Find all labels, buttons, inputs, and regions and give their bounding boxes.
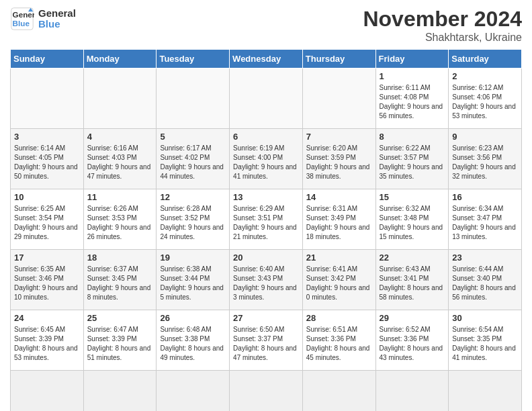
calendar-cell xyxy=(375,371,449,412)
calendar-cell xyxy=(11,68,84,129)
day-info: Sunrise: 6:51 AM Sunset: 3:36 PM Dayligh… xyxy=(306,325,372,363)
weekday-header: Friday xyxy=(375,50,449,68)
calendar-cell: 22Sunrise: 6:43 AM Sunset: 3:41 PM Dayli… xyxy=(375,250,449,310)
day-number: 9 xyxy=(452,132,518,142)
weekday-header: Saturday xyxy=(449,50,522,68)
calendar-cell: 10Sunrise: 6:25 AM Sunset: 3:54 PM Dayli… xyxy=(11,189,84,250)
calendar-row: 17Sunrise: 6:35 AM Sunset: 3:46 PM Dayli… xyxy=(11,250,522,310)
calendar-cell xyxy=(83,371,157,412)
calendar-cell: 1Sunrise: 6:11 AM Sunset: 4:08 PM Daylig… xyxy=(375,68,449,129)
day-number: 13 xyxy=(233,192,299,202)
weekday-header: Monday xyxy=(83,50,157,68)
calendar-header-row: SundayMondayTuesdayWednesdayThursdayFrid… xyxy=(11,50,522,68)
day-info: Sunrise: 6:50 AM Sunset: 3:37 PM Dayligh… xyxy=(233,325,299,363)
calendar-cell: 9Sunrise: 6:23 AM Sunset: 3:56 PM Daylig… xyxy=(449,129,522,189)
calendar-cell: 20Sunrise: 6:40 AM Sunset: 3:43 PM Dayli… xyxy=(230,250,303,310)
calendar-cell: 16Sunrise: 6:34 AM Sunset: 3:47 PM Dayli… xyxy=(449,189,522,250)
day-info: Sunrise: 6:31 AM Sunset: 3:49 PM Dayligh… xyxy=(306,204,372,242)
day-info: Sunrise: 6:37 AM Sunset: 3:45 PM Dayligh… xyxy=(87,265,153,302)
svg-text:Blue: Blue xyxy=(13,19,30,28)
day-number: 19 xyxy=(160,253,226,263)
logo: General Blue General Blue xyxy=(10,7,76,31)
day-info: Sunrise: 6:44 AM Sunset: 3:40 PM Dayligh… xyxy=(452,265,518,302)
day-number: 12 xyxy=(160,192,226,202)
calendar-cell: 14Sunrise: 6:31 AM Sunset: 3:49 PM Dayli… xyxy=(302,189,375,250)
day-info: Sunrise: 6:25 AM Sunset: 3:54 PM Dayligh… xyxy=(14,204,80,242)
weekday-header: Wednesday xyxy=(230,50,303,68)
calendar-cell: 19Sunrise: 6:38 AM Sunset: 3:44 PM Dayli… xyxy=(157,250,230,310)
day-number: 16 xyxy=(452,192,518,202)
day-number: 26 xyxy=(160,313,226,323)
location: Shakhtarsk, Ukraine xyxy=(363,32,522,44)
calendar-row: 24Sunrise: 6:45 AM Sunset: 3:39 PM Dayli… xyxy=(11,310,522,371)
day-info: Sunrise: 6:32 AM Sunset: 3:48 PM Dayligh… xyxy=(380,204,445,242)
day-number: 20 xyxy=(233,253,299,263)
calendar-row: 3Sunrise: 6:14 AM Sunset: 4:05 PM Daylig… xyxy=(11,129,522,189)
day-number: 15 xyxy=(380,192,445,202)
day-info: Sunrise: 6:34 AM Sunset: 3:47 PM Dayligh… xyxy=(452,204,518,242)
day-info: Sunrise: 6:14 AM Sunset: 4:05 PM Dayligh… xyxy=(14,144,80,181)
day-number: 25 xyxy=(87,313,153,323)
calendar-cell xyxy=(449,371,522,412)
page-header: General Blue General Blue November 2024 … xyxy=(10,7,522,44)
day-number: 6 xyxy=(233,132,299,142)
calendar-cell xyxy=(302,371,375,412)
day-number: 11 xyxy=(87,192,153,202)
day-info: Sunrise: 6:47 AM Sunset: 3:39 PM Dayligh… xyxy=(87,325,153,363)
calendar-cell: 27Sunrise: 6:50 AM Sunset: 3:37 PM Dayli… xyxy=(230,310,303,371)
day-info: Sunrise: 6:12 AM Sunset: 4:06 PM Dayligh… xyxy=(452,83,518,121)
day-number: 23 xyxy=(452,253,518,263)
day-number: 24 xyxy=(14,313,80,323)
month-title: November 2024 xyxy=(363,7,522,32)
day-number: 7 xyxy=(306,132,372,142)
day-number: 18 xyxy=(87,253,153,263)
day-number: 2 xyxy=(452,71,518,81)
logo-general: General xyxy=(38,7,76,19)
calendar-row xyxy=(11,371,522,412)
day-number: 3 xyxy=(14,132,80,142)
day-info: Sunrise: 6:43 AM Sunset: 3:41 PM Dayligh… xyxy=(380,265,445,302)
day-info: Sunrise: 6:28 AM Sunset: 3:52 PM Dayligh… xyxy=(160,204,226,242)
calendar-cell: 18Sunrise: 6:37 AM Sunset: 3:45 PM Dayli… xyxy=(83,250,157,310)
calendar-cell: 7Sunrise: 6:20 AM Sunset: 3:59 PM Daylig… xyxy=(302,129,375,189)
day-number: 4 xyxy=(87,132,153,142)
calendar-table: SundayMondayTuesdayWednesdayThursdayFrid… xyxy=(10,49,522,411)
calendar-cell: 26Sunrise: 6:48 AM Sunset: 3:38 PM Dayli… xyxy=(157,310,230,371)
day-number: 5 xyxy=(160,132,226,142)
calendar-row: 1Sunrise: 6:11 AM Sunset: 4:08 PM Daylig… xyxy=(11,68,522,129)
calendar-cell: 21Sunrise: 6:41 AM Sunset: 3:42 PM Dayli… xyxy=(302,250,375,310)
calendar-cell xyxy=(230,371,303,412)
day-info: Sunrise: 6:23 AM Sunset: 3:56 PM Dayligh… xyxy=(452,144,518,181)
day-info: Sunrise: 6:41 AM Sunset: 3:42 PM Dayligh… xyxy=(306,265,372,302)
calendar-row: 10Sunrise: 6:25 AM Sunset: 3:54 PM Dayli… xyxy=(11,189,522,250)
day-number: 28 xyxy=(306,313,372,323)
calendar-cell: 6Sunrise: 6:19 AM Sunset: 4:00 PM Daylig… xyxy=(230,129,303,189)
calendar-cell xyxy=(83,68,157,129)
calendar-cell: 25Sunrise: 6:47 AM Sunset: 3:39 PM Dayli… xyxy=(83,310,157,371)
calendar-cell: 13Sunrise: 6:29 AM Sunset: 3:51 PM Dayli… xyxy=(230,189,303,250)
calendar-cell: 28Sunrise: 6:51 AM Sunset: 3:36 PM Dayli… xyxy=(302,310,375,371)
day-info: Sunrise: 6:48 AM Sunset: 3:38 PM Dayligh… xyxy=(160,325,226,363)
day-number: 10 xyxy=(14,192,80,202)
calendar-cell: 30Sunrise: 6:54 AM Sunset: 3:35 PM Dayli… xyxy=(449,310,522,371)
calendar-cell xyxy=(11,371,84,412)
calendar-cell xyxy=(230,68,303,129)
calendar-cell: 24Sunrise: 6:45 AM Sunset: 3:39 PM Dayli… xyxy=(11,310,84,371)
day-info: Sunrise: 6:11 AM Sunset: 4:08 PM Dayligh… xyxy=(380,83,445,121)
calendar-cell xyxy=(157,68,230,129)
calendar-cell: 8Sunrise: 6:22 AM Sunset: 3:57 PM Daylig… xyxy=(375,129,449,189)
day-number: 30 xyxy=(452,313,518,323)
calendar-cell: 3Sunrise: 6:14 AM Sunset: 4:05 PM Daylig… xyxy=(11,129,84,189)
calendar-cell xyxy=(302,68,375,129)
weekday-header: Tuesday xyxy=(157,50,230,68)
day-info: Sunrise: 6:29 AM Sunset: 3:51 PM Dayligh… xyxy=(233,204,299,242)
day-number: 1 xyxy=(380,71,445,81)
day-number: 29 xyxy=(380,313,445,323)
calendar-cell: 4Sunrise: 6:16 AM Sunset: 4:03 PM Daylig… xyxy=(83,129,157,189)
day-info: Sunrise: 6:45 AM Sunset: 3:39 PM Dayligh… xyxy=(14,325,80,363)
day-info: Sunrise: 6:40 AM Sunset: 3:43 PM Dayligh… xyxy=(233,265,299,302)
weekday-header: Thursday xyxy=(302,50,375,68)
day-number: 14 xyxy=(306,192,372,202)
day-info: Sunrise: 6:26 AM Sunset: 3:53 PM Dayligh… xyxy=(87,204,153,242)
calendar-cell: 5Sunrise: 6:17 AM Sunset: 4:02 PM Daylig… xyxy=(157,129,230,189)
